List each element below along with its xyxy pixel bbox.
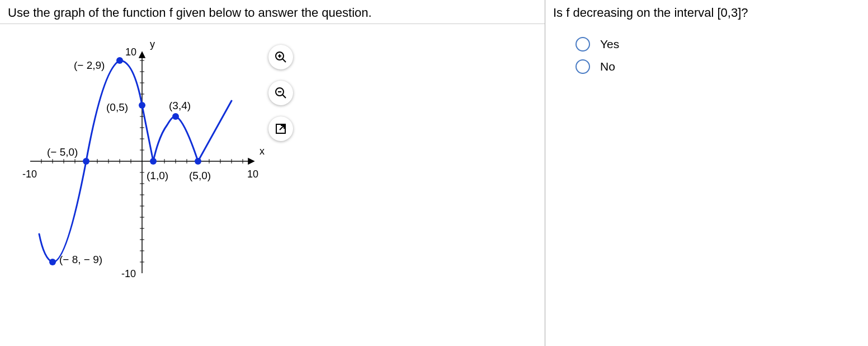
point-label-5-0: (5,0)	[189, 170, 211, 182]
y-axis-label: y	[150, 39, 155, 50]
radio-icon	[575, 59, 590, 74]
svg-line-52	[282, 95, 286, 98]
zoom-out-button[interactable]	[268, 81, 293, 105]
svg-line-55	[280, 125, 284, 130]
svg-marker-1	[248, 158, 254, 164]
svg-point-45	[172, 113, 179, 120]
question-text: Is f decreasing on the interval [0,3]?	[553, 6, 860, 20]
x-axis-label: x	[260, 146, 265, 157]
graph-area: -10 10 10 -10 x y (− 2,9) (0,5) (3,4) (−…	[13, 35, 304, 298]
function-graph	[13, 35, 271, 287]
svg-marker-3	[139, 52, 145, 58]
option-label: No	[600, 60, 615, 73]
right-panel: Is f decreasing on the interval [0,3]? Y…	[545, 0, 868, 346]
radio-icon	[575, 37, 590, 52]
option-label: Yes	[600, 38, 619, 51]
point-label-3-4: (3,4)	[169, 100, 191, 112]
instruction-text: Use the graph of the function f given be…	[8, 6, 537, 20]
zoom-in-button[interactable]	[268, 45, 293, 69]
divider	[0, 24, 545, 24]
point-label-neg8-neg9: (− 8, − 9)	[59, 254, 102, 266]
svg-line-48	[282, 59, 286, 62]
y-max-label: 10	[125, 46, 136, 58]
x-min-label: -10	[22, 169, 37, 180]
svg-point-43	[139, 102, 145, 109]
x-max-label: 10	[247, 169, 258, 180]
svg-point-40	[49, 259, 56, 265]
point-label-neg2-9: (− 2,9)	[74, 59, 105, 72]
svg-point-42	[116, 57, 123, 64]
option-yes[interactable]: Yes	[575, 37, 860, 52]
answer-options: Yes No	[575, 37, 860, 74]
zoom-out-icon	[274, 86, 287, 100]
svg-point-46	[195, 158, 201, 165]
popout-button[interactable]	[268, 116, 293, 141]
zoom-in-icon	[274, 50, 287, 64]
graph-tools	[268, 45, 293, 141]
popout-icon	[274, 122, 287, 135]
left-panel: Use the graph of the function f given be…	[0, 0, 545, 346]
point-label-neg5-0: (− 5,0)	[47, 146, 78, 158]
option-no[interactable]: No	[575, 59, 860, 74]
svg-point-44	[150, 158, 157, 165]
point-label-0-5: (0,5)	[106, 101, 128, 114]
y-min-label: -10	[121, 268, 136, 280]
svg-point-41	[83, 158, 89, 165]
point-label-1-0: (1,0)	[147, 170, 168, 182]
